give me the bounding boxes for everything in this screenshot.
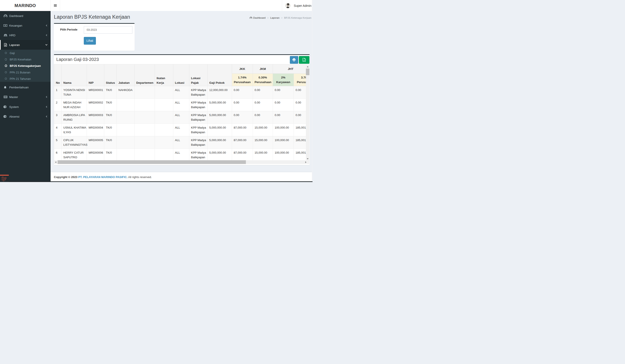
svg-text:1: 1: [5, 25, 6, 26]
svg-text:x: x: [304, 59, 305, 61]
